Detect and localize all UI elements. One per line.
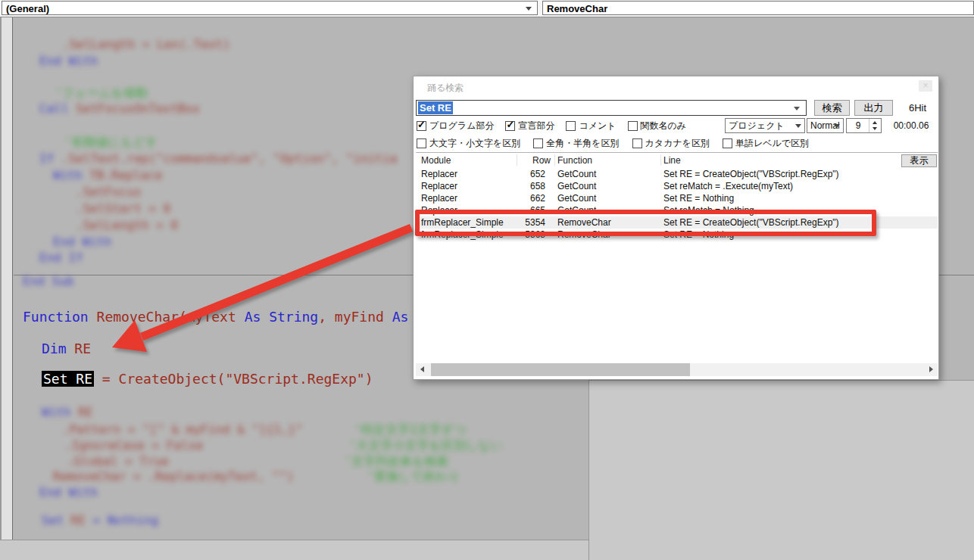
spinner-value: 9 <box>847 119 869 132</box>
code-line: Set RE = CreateObject("VBScript.RegExp") <box>42 371 373 387</box>
cell-row: 658 <box>514 180 552 192</box>
hit-count-label: 6Hit <box>897 100 938 116</box>
code-line: Function RemoveChar(myText As String, my… <box>23 309 408 325</box>
cell-fn: GetCount <box>552 192 658 204</box>
code-segment: , myFind <box>318 309 392 325</box>
mdi-background <box>588 380 974 560</box>
chevron-down-icon <box>526 7 532 11</box>
check-icon: ✓ <box>506 119 514 130</box>
procedure-dropdown[interactable]: RemoveChar <box>542 1 974 15</box>
cell-line: Set RE = CreateObject("VBScript.RegExp") <box>658 168 938 180</box>
selected-code-text: Set RE <box>42 371 94 387</box>
cell-fn: GetCount <box>552 168 658 180</box>
annotation-highlight-rectangle <box>415 210 876 236</box>
procedure-dropdown-value: RemoveChar <box>547 3 607 14</box>
checkbox-label: 全角・半角を区別 <box>546 137 619 150</box>
cell-module: Replacer <box>416 180 514 192</box>
mode-dropdown[interactable]: Normal <box>807 118 844 133</box>
elapsed-time-label: 00:00.06 <box>885 118 938 133</box>
scroll-right-button[interactable] <box>925 363 938 376</box>
search-input[interactable]: Set RE <box>416 100 807 116</box>
checkbox-label: カタカナを区別 <box>645 137 710 150</box>
horizontal-scrollbar[interactable] <box>416 363 938 376</box>
checkbox-label: 宣言部分 <box>518 120 554 132</box>
column-header-row[interactable]: Row <box>514 153 552 168</box>
spinner-up-icon[interactable] <box>873 121 877 124</box>
table-row[interactable]: Replacer662GetCountSet RE = Nothing <box>416 192 938 204</box>
code-segment: As <box>392 309 409 325</box>
search-button[interactable]: 検索 <box>814 100 850 116</box>
checkbox-box <box>417 138 426 148</box>
chevron-down-icon <box>794 107 800 110</box>
checkbox-comment[interactable]: コメント <box>566 120 616 132</box>
scope-dropdown[interactable]: プロジェクト <box>725 118 805 133</box>
object-dropdown-value: (General) <box>6 3 49 14</box>
column-separator <box>660 154 661 166</box>
cell-fn: GetCount <box>552 180 658 192</box>
cell-module: Replacer <box>416 192 514 204</box>
chevron-down-icon <box>795 124 801 128</box>
column-header-module[interactable]: Module <box>416 153 514 168</box>
checkbox-program-part[interactable]: ✓プログラム部分 <box>417 120 494 132</box>
checkbox-function-name-only[interactable]: 関数名のみ <box>628 120 687 132</box>
dialog-title[interactable]: 踊る検索 <box>427 82 464 95</box>
search-input-selected-text: Set RE <box>418 101 453 114</box>
checkbox-label: プログラム部分 <box>429 120 494 132</box>
table-row[interactable]: Replacer652GetCountSet RE = CreateObject… <box>416 168 938 180</box>
column-header-line[interactable]: Line <box>658 153 938 168</box>
checkbox-box <box>533 138 543 148</box>
checkbox-box: ✓ <box>505 121 515 131</box>
checkbox-word-level[interactable]: 単語レベルで区別 <box>723 137 809 150</box>
checkbox-label: コメント <box>579 120 616 132</box>
checkbox-case-sensitive[interactable]: 大文字・小文字を区別 <box>417 137 520 150</box>
chevron-down-icon <box>834 124 840 128</box>
search-options-row-1: ✓プログラム部分✓宣言部分コメント関数名のみ <box>417 119 686 132</box>
checkbox-width-sensitive[interactable]: 全角・半角を区別 <box>533 137 619 150</box>
code-segment: RemoveChar(myText <box>97 309 245 325</box>
table-row[interactable]: Replacer658GetCountSet reMatch = .Execut… <box>416 180 938 192</box>
close-icon[interactable]: × <box>919 80 932 92</box>
check-icon: ✓ <box>417 119 426 130</box>
vba-editor-window: (General) RemoveChar .SelLength = Len(.T… <box>0 0 974 560</box>
column-separator <box>554 154 555 166</box>
scrollbar-thumb[interactable] <box>431 363 690 376</box>
column-header-function[interactable]: Function <box>552 153 658 168</box>
code-pane-header: (General) RemoveChar <box>0 0 974 17</box>
checkbox-label: 関数名のみ <box>641 120 687 132</box>
cell-line: Set reMatch = .Execute(myText) <box>658 180 938 192</box>
code-segment: Dim <box>42 341 74 356</box>
cell-row: 662 <box>514 192 552 204</box>
code-segment: Function <box>23 309 97 325</box>
cell-row: 652 <box>514 168 552 180</box>
checkbox-box: ✓ <box>417 121 426 131</box>
search-options-row-2: 大文字・小文字を区別全角・半角を区別カタカナを区別単語レベルで区別 <box>417 136 809 150</box>
scroll-left-button[interactable] <box>416 363 429 376</box>
code-segment: As String <box>245 309 319 325</box>
results-list: Module Row Function Line 表示 Replacer652G… <box>416 152 938 362</box>
scope-dropdown-value: プロジェクト <box>729 120 785 131</box>
checkbox-label: 大文字・小文字を区別 <box>429 137 520 150</box>
output-button[interactable]: 出力 <box>854 100 893 116</box>
show-button[interactable]: 表示 <box>901 154 937 167</box>
code-segment: RE <box>74 341 91 356</box>
checkbox-box <box>566 121 576 131</box>
column-separator <box>517 154 517 166</box>
checkbox-declaration-part[interactable]: ✓宣言部分 <box>505 120 554 132</box>
scroll-left-icon <box>420 366 424 372</box>
checkbox-label: 単語レベルで区別 <box>735 137 809 150</box>
checkbox-box <box>628 121 638 131</box>
cell-module: Replacer <box>416 168 514 180</box>
checkbox-katakana-sensitive[interactable]: カタカナを区別 <box>632 137 710 150</box>
code-line: Dim RE <box>42 341 91 356</box>
spinner-buttons[interactable] <box>869 119 881 132</box>
checkbox-box <box>632 138 642 148</box>
results-header: Module Row Function Line 表示 <box>416 153 938 168</box>
checkbox-box <box>723 138 732 148</box>
cell-line: Set RE = Nothing <box>658 192 938 204</box>
count-spinner[interactable]: 9 <box>846 118 882 133</box>
mdi-background-bottom <box>0 540 588 560</box>
scroll-right-icon <box>929 366 933 372</box>
spinner-down-icon[interactable] <box>873 127 877 130</box>
code-segment: = CreateObject("VBScript.RegExp") <box>94 371 373 387</box>
object-dropdown[interactable]: (General) <box>2 1 538 15</box>
